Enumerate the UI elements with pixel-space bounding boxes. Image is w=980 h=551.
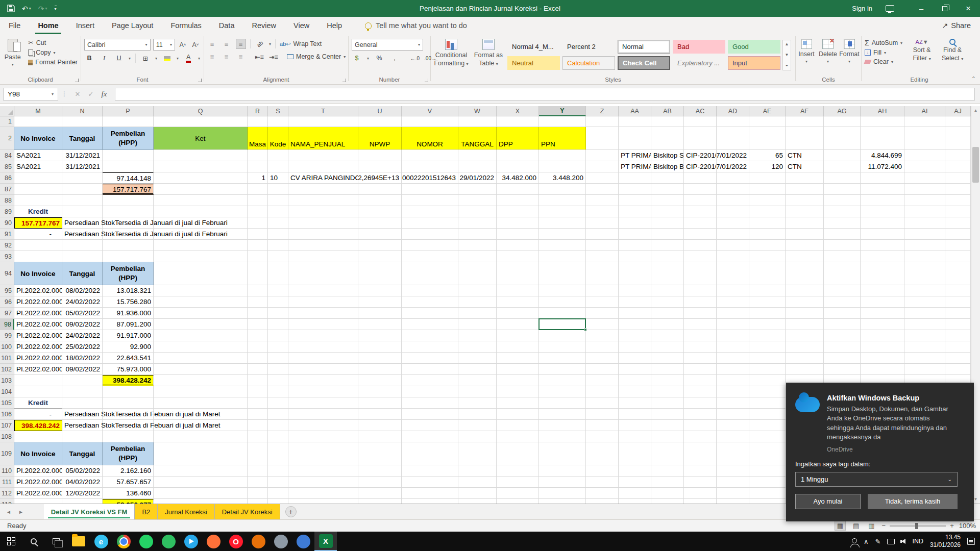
cell-AE111[interactable] xyxy=(749,477,786,488)
display-tray-icon[interactable] xyxy=(887,539,895,544)
row-header-88[interactable]: 88 xyxy=(0,195,14,206)
cell-T94[interactable] xyxy=(288,262,358,285)
cell-AB101[interactable] xyxy=(651,353,684,364)
cell-M97[interactable]: PI.2022.02.00057 xyxy=(14,308,62,319)
cell-U101[interactable] xyxy=(358,353,402,364)
close-button[interactable]: × xyxy=(957,0,980,17)
format-painter-button[interactable]: Format Painter xyxy=(28,59,78,66)
cell-AD97[interactable] xyxy=(717,308,749,319)
column-header-AJ[interactable]: AJ xyxy=(945,106,971,116)
cell-V105[interactable] xyxy=(402,397,458,409)
row-header-105[interactable]: 105 xyxy=(0,397,14,409)
cell-V103[interactable] xyxy=(402,375,458,386)
cell-V109[interactable] xyxy=(402,442,458,465)
cell-X97[interactable] xyxy=(497,308,539,319)
cell-X86[interactable]: 34.482.000 xyxy=(497,172,539,184)
cell-T2[interactable]: NAMA_PENJUAL xyxy=(288,127,358,150)
cell-W89[interactable] xyxy=(458,206,497,217)
column-header-R[interactable]: R xyxy=(248,106,268,116)
cell-R108[interactable] xyxy=(248,431,268,442)
cell-W88[interactable] xyxy=(458,195,497,206)
cell-R90[interactable] xyxy=(248,217,268,229)
cell-AC89[interactable] xyxy=(684,206,717,217)
cell-AD98[interactable] xyxy=(717,319,749,330)
cell-AB88[interactable] xyxy=(651,195,684,206)
cell-AB113[interactable] xyxy=(651,499,684,504)
cell-AD106[interactable] xyxy=(717,409,749,420)
cell-AC98[interactable] xyxy=(684,319,717,330)
cell-X105[interactable] xyxy=(497,397,539,409)
row-header-1[interactable]: 1 xyxy=(0,116,14,127)
cell-Y98[interactable] xyxy=(539,319,586,330)
cell-X95[interactable] xyxy=(497,285,539,296)
cell-AC102[interactable] xyxy=(684,364,717,375)
cell-U88[interactable] xyxy=(358,195,402,206)
cell-S96[interactable] xyxy=(268,296,288,308)
cell-AH84[interactable]: 4.844.699 xyxy=(861,150,904,161)
cell-Z85[interactable] xyxy=(586,161,619,172)
cell-S106[interactable] xyxy=(268,409,288,420)
cell-U109[interactable] xyxy=(358,442,402,465)
taskbar-app-whatsapp[interactable] xyxy=(135,532,157,551)
cell-P98[interactable]: 87.091.200 xyxy=(103,319,154,330)
cell-Y90[interactable] xyxy=(539,217,586,229)
cell-Z91[interactable] xyxy=(586,229,619,240)
column-header-Q[interactable]: Q xyxy=(154,106,248,116)
cell-AE100[interactable] xyxy=(749,341,786,353)
gallery-scroll[interactable]: ▲▼⏷ xyxy=(782,40,791,70)
column-header-AC[interactable]: AC xyxy=(684,106,717,116)
column-header-AB[interactable]: AB xyxy=(651,106,684,116)
cell-M85[interactable]: SA2021 xyxy=(14,161,62,172)
cell-U85[interactable] xyxy=(358,161,402,172)
cell-P85[interactable] xyxy=(103,161,154,172)
cell-AF95[interactable] xyxy=(786,285,824,296)
cell-T112[interactable] xyxy=(288,488,358,499)
cell-Y93[interactable] xyxy=(539,251,586,262)
cell-AF91[interactable] xyxy=(786,229,824,240)
cell-AB111[interactable] xyxy=(651,477,684,488)
cell-N2[interactable]: Tanggal xyxy=(62,127,103,150)
cell-Q95[interactable] xyxy=(154,285,248,296)
cell-AB107[interactable] xyxy=(651,420,684,431)
cell-AA99[interactable] xyxy=(619,330,651,341)
cell-U95[interactable] xyxy=(358,285,402,296)
cell-AA108[interactable] xyxy=(619,431,651,442)
cell-M100[interactable]: PI.2022.02.00046 xyxy=(14,341,62,353)
cell-S102[interactable] xyxy=(268,364,288,375)
sign-in-button[interactable]: Sign in xyxy=(852,5,872,12)
wrap-text-button[interactable]: ab↩Wrap Text xyxy=(280,40,322,47)
cell-AE107[interactable] xyxy=(749,420,786,431)
row-header-89[interactable]: 89 xyxy=(0,206,14,217)
format-as-table-button[interactable]: Format asTable ▾ xyxy=(472,37,505,70)
cell-R112[interactable] xyxy=(248,488,268,499)
taskbar-app-excel[interactable]: X xyxy=(314,532,337,551)
cell-X113[interactable] xyxy=(497,499,539,504)
cell-AE94[interactable] xyxy=(749,262,786,285)
cell-AC86[interactable] xyxy=(684,172,717,184)
cell-T1[interactable] xyxy=(288,116,358,127)
cell-AB2[interactable] xyxy=(651,127,684,150)
cell-AG102[interactable] xyxy=(824,364,861,375)
cell-Z109[interactable] xyxy=(586,442,619,465)
cell-P2[interactable]: Pembelian (HPP) xyxy=(103,127,154,150)
font-color-icon[interactable]: A xyxy=(183,53,193,63)
cell-AE97[interactable] xyxy=(749,308,786,319)
cell-T111[interactable] xyxy=(288,477,358,488)
cell-N107[interactable]: Persediaan StokTersedia di Febuari di ju… xyxy=(62,420,103,431)
people-tray-icon[interactable] xyxy=(852,538,857,543)
cell-AG96[interactable] xyxy=(824,296,861,308)
cell-Z113[interactable] xyxy=(586,499,619,504)
cell-AC91[interactable] xyxy=(684,229,717,240)
cell-M103[interactable] xyxy=(14,375,62,386)
cell-style-good[interactable]: Good xyxy=(728,40,780,54)
cell-W110[interactable] xyxy=(458,465,497,477)
cell-M101[interactable]: PI.2022.02.00023 xyxy=(14,353,62,364)
column-header-AE[interactable]: AE xyxy=(749,106,786,116)
cell-P95[interactable]: 13.018.321 xyxy=(103,285,154,296)
cell-AJ102[interactable] xyxy=(945,364,971,375)
cell-Q86[interactable] xyxy=(154,172,248,184)
pen-tray-icon[interactable]: ✎ xyxy=(875,538,881,545)
row-header-96[interactable]: 96 xyxy=(0,296,14,308)
cell-AE1[interactable] xyxy=(749,116,786,127)
cell-AA90[interactable] xyxy=(619,217,651,229)
